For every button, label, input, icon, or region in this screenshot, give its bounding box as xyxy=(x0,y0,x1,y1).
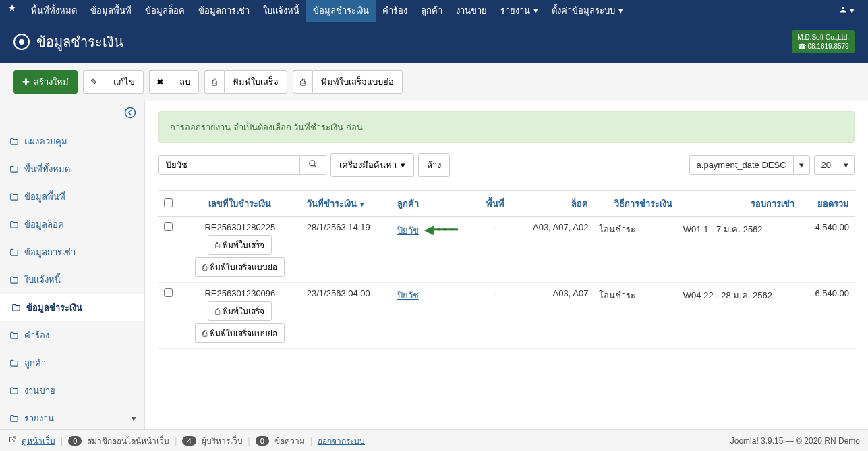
folder-icon xyxy=(9,192,19,202)
col-method[interactable]: วิธีการชำระเงิน xyxy=(594,191,677,217)
print-icon xyxy=(212,77,217,87)
delete-button[interactable]: ลบ xyxy=(171,70,199,94)
cell-method: โอนชำระ xyxy=(594,217,677,283)
sidebar-item[interactable]: ข้อมูลล็อค xyxy=(0,211,144,238)
topnav-item[interactable]: ข้อมูลชำระเงิน xyxy=(306,0,376,22)
topnav-item[interactable]: ตั้งค่าข้อมูลระบบ▾ xyxy=(545,0,630,22)
topnav-item[interactable]: พื้นที่ทั้งหมด xyxy=(24,0,84,22)
print-button[interactable]: พิมพ์ใบเสร็จ xyxy=(224,70,287,94)
sidebar-item[interactable]: งานขาย xyxy=(0,377,144,404)
topnav-item[interactable]: รายงาน▾ xyxy=(494,0,545,22)
col-period[interactable]: รอบการเช่า xyxy=(678,191,800,217)
view-site-link[interactable]: ดูหน้าเว็บ xyxy=(22,434,55,447)
admin-count-badge: 4 xyxy=(182,436,196,446)
pencil-icon xyxy=(90,77,98,87)
col-receipt-no[interactable]: เลขที่ใบชำระเงิน xyxy=(179,191,301,217)
sort-dropdown[interactable]: a.payment_date DESC ▾ xyxy=(689,155,810,175)
topnav-item[interactable]: ลูกค้า xyxy=(414,0,449,22)
svg-point-0 xyxy=(842,7,844,9)
row-checkbox[interactable] xyxy=(164,222,173,231)
sidebar-item[interactable]: พื้นที่ทั้งหมด xyxy=(0,155,144,183)
customer-link[interactable]: ปิยวัช xyxy=(397,290,419,300)
sidebar-collapse-button[interactable] xyxy=(0,101,144,128)
col-lock[interactable]: ล็อค xyxy=(513,191,594,217)
info-alert: การออกรายงาน จำเป็นต้องเลือก วันที่ชำระเ… xyxy=(158,111,855,143)
row-print-button[interactable]: พิมพ์ใบเสร็จ xyxy=(208,301,272,321)
cell-receipt-no: RE256301230096 พิมพ์ใบเสร็จ พิมพ์ใบเสร็จ… xyxy=(179,283,301,349)
cell-area: - xyxy=(478,217,513,283)
sidebar-item[interactable]: ใบแจ้งหนี้ xyxy=(0,266,144,294)
logout-link[interactable]: ออกจากระบบ xyxy=(318,434,365,447)
title-icon xyxy=(13,34,30,50)
cell-area: - xyxy=(478,283,513,349)
folder-icon xyxy=(9,275,19,285)
header-title-text: ข้อมูลชำระเงิน xyxy=(36,31,123,53)
page-header: ข้อมูลชำระเงิน M.D.Soft Co.,Ltd. ☎ 08.16… xyxy=(0,20,868,63)
cell-lock: A03, A07, A02 xyxy=(513,217,594,283)
sidebar-item[interactable]: ลูกค้า xyxy=(0,349,144,377)
select-all-checkbox[interactable] xyxy=(164,198,173,207)
table-row: RE256301280225 พิมพ์ใบเสร็จ พิมพ์ใบเสร็จ… xyxy=(158,217,855,283)
folder-icon xyxy=(11,303,21,313)
search-input[interactable] xyxy=(158,155,300,175)
sidebar-item[interactable]: แผงควบคุม xyxy=(0,128,144,155)
search-bar: เครื่องมือค้นหา▾ ล้าง a.payment_date DES… xyxy=(158,153,855,177)
main-content: การออกรายงาน จำเป็นต้องเลือก วันที่ชำระเ… xyxy=(145,101,868,451)
row-checkbox[interactable] xyxy=(164,288,173,297)
print-icon xyxy=(300,77,306,87)
sidebar-item[interactable]: รายงาน▾ xyxy=(0,404,144,432)
search-button[interactable] xyxy=(300,155,326,175)
user-menu[interactable]: ▾ xyxy=(832,1,861,20)
col-total[interactable]: ยอดรวม xyxy=(800,191,855,217)
print-icon xyxy=(202,263,207,272)
edit-button[interactable]: แก้ไข xyxy=(105,70,144,94)
topnav-item[interactable]: ข้อมูลการเช่า xyxy=(192,0,256,22)
delete-icon-button[interactable] xyxy=(149,70,171,94)
sidebar: แผงควบคุมพื้นที่ทั้งหมดข้อมูลพื้นที่ข้อม… xyxy=(0,101,145,451)
print-icon xyxy=(215,307,220,316)
sidebar-item[interactable]: ข้อมูลการเช่า xyxy=(0,238,144,266)
sidebar-item[interactable]: คำร้อง xyxy=(0,321,144,349)
row-print-short-button[interactable]: พิมพ์ใบเสร็จแบบย่อ xyxy=(195,257,285,277)
sidebar-item[interactable]: ข้อมูลชำระเงิน xyxy=(0,294,144,321)
topnav-item[interactable]: คำร้อง xyxy=(376,0,414,22)
arrow-annotation: ◀━━━━ xyxy=(424,223,457,236)
print-short-button[interactable]: พิมพ์ใบเสร็จแบบย่อ xyxy=(312,70,403,94)
folder-icon xyxy=(9,331,19,340)
row-print-short-button[interactable]: พิมพ์ใบเสร็จแบบย่อ xyxy=(195,323,285,343)
topnav-item[interactable]: งานขาย xyxy=(449,0,494,22)
col-customer[interactable]: ลูกค้า xyxy=(392,191,478,217)
cell-period: W04 22 - 28 ม.ค. 2562 xyxy=(678,283,800,349)
print-button-group: พิมพ์ใบเสร็จ xyxy=(204,70,287,94)
clear-button[interactable]: ล้าง xyxy=(418,153,450,177)
folder-icon xyxy=(9,248,19,257)
cell-date: 28/1/2563 14:19 xyxy=(301,217,392,283)
cell-customer: ปิยวัช◀━━━━ xyxy=(392,217,478,283)
print-short-icon-button[interactable] xyxy=(293,70,312,94)
svg-point-2 xyxy=(310,161,315,166)
joomla-icon[interactable] xyxy=(7,3,18,17)
new-button[interactable]: สร้างใหม่ xyxy=(13,70,78,94)
folder-icon xyxy=(9,137,19,147)
search-tools-button[interactable]: เครื่องมือค้นหา▾ xyxy=(330,153,414,177)
cell-period: W01 1 - 7 ม.ค. 2562 xyxy=(678,217,800,283)
customer-link[interactable]: ปิยวัช xyxy=(397,226,419,236)
col-payment-date[interactable]: วันที่ชำระเงิน▼ xyxy=(301,191,392,217)
col-area[interactable]: พื้นที่ xyxy=(478,191,513,217)
topnav-item[interactable]: ข้อมูลล็อค xyxy=(138,0,192,22)
folder-icon xyxy=(9,414,19,423)
chevron-down-icon: ▾ xyxy=(794,155,810,175)
cell-date: 23/1/2563 04:00 xyxy=(301,283,392,349)
cell-customer: ปิยวัช xyxy=(392,283,478,349)
topnav-item[interactable]: ใบแจ้งหนี้ xyxy=(256,0,306,22)
sidebar-item[interactable]: ข้อมูลพื้นที่ xyxy=(0,183,144,211)
print-short-button-group: พิมพ์ใบเสร็จแบบย่อ xyxy=(293,70,403,94)
print-icon xyxy=(202,329,207,338)
edit-icon-button[interactable] xyxy=(83,70,105,94)
limit-dropdown[interactable]: 20 ▾ xyxy=(814,155,855,175)
message-count-badge: 0 xyxy=(256,436,269,446)
print-icon-button[interactable] xyxy=(204,70,224,94)
page-title: ข้อมูลชำระเงิน xyxy=(13,31,123,53)
row-print-button[interactable]: พิมพ์ใบเสร็จ xyxy=(208,235,272,255)
topnav-item[interactable]: ข้อมูลพื้นที่ xyxy=(84,0,138,22)
